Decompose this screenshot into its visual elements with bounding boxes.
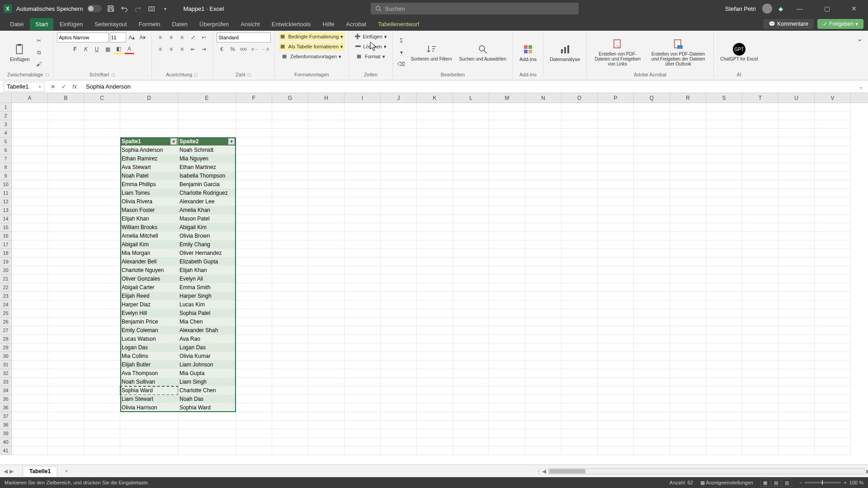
- cell[interactable]: [598, 163, 634, 172]
- cell[interactable]: [598, 395, 634, 404]
- cell[interactable]: [670, 300, 706, 309]
- cell[interactable]: [453, 163, 489, 172]
- cell[interactable]: [598, 292, 634, 300]
- cell[interactable]: [417, 137, 453, 146]
- cell[interactable]: [598, 343, 634, 352]
- cell[interactable]: [742, 129, 778, 137]
- cell[interactable]: [815, 249, 851, 258]
- row-header[interactable]: 21: [0, 275, 11, 283]
- cell[interactable]: [417, 258, 453, 266]
- font-family-select[interactable]: [57, 33, 109, 42]
- cell[interactable]: [670, 197, 706, 206]
- cell[interactable]: [84, 369, 120, 378]
- cell[interactable]: [742, 180, 778, 189]
- cell[interactable]: [178, 446, 236, 455]
- cell[interactable]: [778, 146, 815, 155]
- cell[interactable]: [236, 412, 272, 421]
- decrease-decimal-icon[interactable]: ←.0: [260, 44, 270, 54]
- cell[interactable]: [417, 266, 453, 275]
- cell[interactable]: [561, 240, 598, 249]
- row-header[interactable]: 28: [0, 335, 11, 343]
- cell[interactable]: [272, 155, 308, 163]
- worksheet-grid[interactable]: ABCDEFGHIJKLMNOPQRSTUV 12345678910111213…: [0, 93, 868, 465]
- row-header[interactable]: 32: [0, 369, 11, 378]
- cell[interactable]: [272, 421, 308, 429]
- cell[interactable]: [706, 395, 742, 404]
- cell[interactable]: [48, 326, 84, 335]
- cell[interactable]: [48, 223, 84, 232]
- cell[interactable]: [778, 258, 815, 266]
- cell[interactable]: [706, 189, 742, 197]
- cell[interactable]: [308, 318, 344, 326]
- cell[interactable]: Olivia Brown: [178, 232, 236, 240]
- cell[interactable]: [778, 386, 815, 395]
- cell[interactable]: [344, 326, 381, 335]
- cell[interactable]: [272, 189, 308, 197]
- cell[interactable]: [236, 258, 272, 266]
- increase-font-icon[interactable]: A▴: [127, 33, 137, 42]
- format-button[interactable]: ▦Format ▾: [355, 52, 387, 61]
- cell[interactable]: [634, 275, 670, 283]
- cell[interactable]: [525, 266, 561, 275]
- cell[interactable]: [489, 421, 525, 429]
- cell[interactable]: [48, 335, 84, 343]
- cell[interactable]: [84, 292, 120, 300]
- redo-icon[interactable]: [133, 4, 142, 13]
- cell[interactable]: [742, 386, 778, 395]
- cell[interactable]: [417, 155, 453, 163]
- cell[interactable]: [48, 300, 84, 309]
- cell[interactable]: Liam Johnson: [178, 361, 236, 369]
- cell[interactable]: [634, 240, 670, 249]
- cell[interactable]: [236, 180, 272, 189]
- cell[interactable]: [489, 103, 525, 112]
- cell[interactable]: [742, 292, 778, 300]
- autosave-toggle[interactable]: [87, 5, 102, 12]
- cell[interactable]: [344, 215, 381, 223]
- cell[interactable]: [453, 429, 489, 438]
- cell[interactable]: [178, 103, 236, 112]
- cell[interactable]: [12, 266, 48, 275]
- cell[interactable]: [272, 309, 308, 318]
- cell[interactable]: [272, 446, 308, 455]
- cell[interactable]: [525, 292, 561, 300]
- cell[interactable]: [272, 240, 308, 249]
- cell[interactable]: [308, 258, 344, 266]
- cell[interactable]: [670, 163, 706, 172]
- row-header[interactable]: 23: [0, 292, 11, 300]
- cell[interactable]: [778, 180, 815, 189]
- cell[interactable]: [272, 369, 308, 378]
- cell[interactable]: [778, 120, 815, 129]
- dialog-launcher-icon[interactable]: ▢: [111, 72, 115, 77]
- cell[interactable]: [236, 343, 272, 352]
- save-icon[interactable]: [106, 4, 115, 13]
- cell[interactable]: [634, 404, 670, 412]
- cell[interactable]: [120, 438, 178, 446]
- cell[interactable]: [778, 361, 815, 369]
- qat-more-icon[interactable]: ▾: [160, 4, 170, 13]
- cell[interactable]: [598, 197, 634, 206]
- cell[interactable]: [381, 266, 417, 275]
- cell[interactable]: [706, 163, 742, 172]
- cell[interactable]: [308, 352, 344, 361]
- cell[interactable]: [120, 120, 178, 129]
- cell[interactable]: [525, 275, 561, 283]
- cell[interactable]: [120, 446, 178, 455]
- cell[interactable]: [308, 249, 344, 258]
- cell[interactable]: [381, 223, 417, 232]
- cell[interactable]: [815, 146, 851, 155]
- cell[interactable]: [742, 335, 778, 343]
- column-header[interactable]: G: [272, 93, 308, 103]
- pdf-share-link-button[interactable]: Erstellen von PDF-Dateien und Freigeben …: [590, 36, 645, 68]
- cell[interactable]: [453, 172, 489, 180]
- cell[interactable]: Ava Stewart: [120, 163, 178, 172]
- data-analysis-button[interactable]: Datenanalyse: [547, 41, 583, 64]
- cell[interactable]: [236, 223, 272, 232]
- dialog-launcher-icon[interactable]: ▢: [194, 72, 198, 77]
- cell[interactable]: Mason Foster: [120, 206, 178, 215]
- cell[interactable]: [453, 146, 489, 155]
- cell[interactable]: [815, 275, 851, 283]
- cell[interactable]: [272, 172, 308, 180]
- cell[interactable]: [670, 223, 706, 232]
- cell[interactable]: [525, 395, 561, 404]
- cell[interactable]: [670, 438, 706, 446]
